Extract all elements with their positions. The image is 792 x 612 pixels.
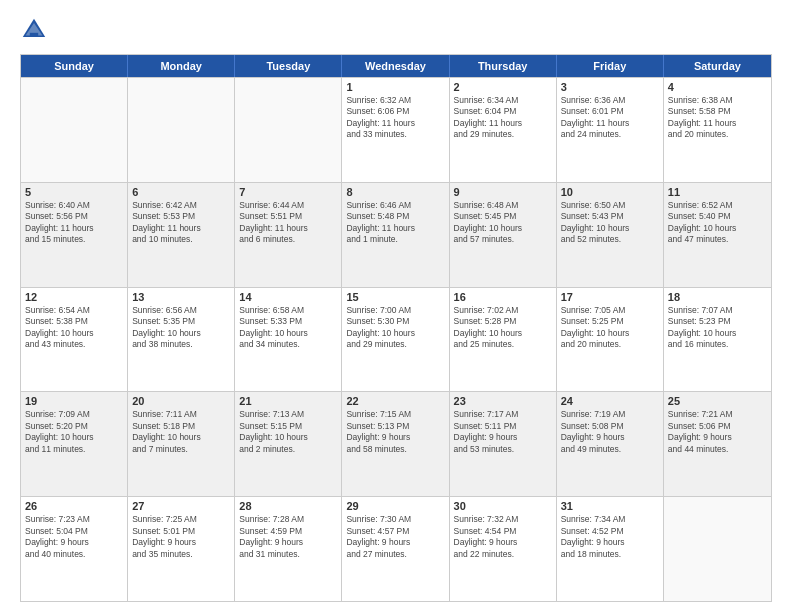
day-number: 5 [25,186,123,198]
day-number: 29 [346,500,444,512]
logo-icon [20,16,48,44]
calendar: SundayMondayTuesdayWednesdayThursdayFrid… [20,54,772,602]
day-number: 21 [239,395,337,407]
day-cell-11: 11Sunrise: 6:52 AM Sunset: 5:40 PM Dayli… [664,183,771,287]
day-cell-8: 8Sunrise: 6:46 AM Sunset: 5:48 PM Daylig… [342,183,449,287]
day-info: Sunrise: 6:54 AM Sunset: 5:38 PM Dayligh… [25,305,123,351]
day-number: 26 [25,500,123,512]
day-cell-5: 5Sunrise: 6:40 AM Sunset: 5:56 PM Daylig… [21,183,128,287]
day-info: Sunrise: 6:56 AM Sunset: 5:35 PM Dayligh… [132,305,230,351]
day-number: 18 [668,291,767,303]
day-cell-26: 26Sunrise: 7:23 AM Sunset: 5:04 PM Dayli… [21,497,128,601]
day-cell-27: 27Sunrise: 7:25 AM Sunset: 5:01 PM Dayli… [128,497,235,601]
day-cell-10: 10Sunrise: 6:50 AM Sunset: 5:43 PM Dayli… [557,183,664,287]
day-cell-20: 20Sunrise: 7:11 AM Sunset: 5:18 PM Dayli… [128,392,235,496]
header-day-wednesday: Wednesday [342,55,449,77]
day-cell-28: 28Sunrise: 7:28 AM Sunset: 4:59 PM Dayli… [235,497,342,601]
day-number: 27 [132,500,230,512]
day-number: 13 [132,291,230,303]
day-info: Sunrise: 6:32 AM Sunset: 6:06 PM Dayligh… [346,95,444,141]
week-row-5: 26Sunrise: 7:23 AM Sunset: 5:04 PM Dayli… [21,496,771,601]
day-number: 7 [239,186,337,198]
week-row-3: 12Sunrise: 6:54 AM Sunset: 5:38 PM Dayli… [21,287,771,392]
week-row-2: 5Sunrise: 6:40 AM Sunset: 5:56 PM Daylig… [21,182,771,287]
day-number: 14 [239,291,337,303]
page: SundayMondayTuesdayWednesdayThursdayFrid… [0,0,792,612]
day-cell-18: 18Sunrise: 7:07 AM Sunset: 5:23 PM Dayli… [664,288,771,392]
day-info: Sunrise: 6:58 AM Sunset: 5:33 PM Dayligh… [239,305,337,351]
day-info: Sunrise: 7:19 AM Sunset: 5:08 PM Dayligh… [561,409,659,455]
day-number: 31 [561,500,659,512]
day-number: 4 [668,81,767,93]
day-cell-7: 7Sunrise: 6:44 AM Sunset: 5:51 PM Daylig… [235,183,342,287]
svg-rect-2 [30,33,38,37]
day-number: 6 [132,186,230,198]
day-cell-24: 24Sunrise: 7:19 AM Sunset: 5:08 PM Dayli… [557,392,664,496]
day-number: 25 [668,395,767,407]
day-info: Sunrise: 7:34 AM Sunset: 4:52 PM Dayligh… [561,514,659,560]
empty-cell-4-6 [664,497,771,601]
day-info: Sunrise: 6:42 AM Sunset: 5:53 PM Dayligh… [132,200,230,246]
day-number: 20 [132,395,230,407]
header-day-saturday: Saturday [664,55,771,77]
day-info: Sunrise: 7:32 AM Sunset: 4:54 PM Dayligh… [454,514,552,560]
header-day-friday: Friday [557,55,664,77]
day-cell-4: 4Sunrise: 6:38 AM Sunset: 5:58 PM Daylig… [664,78,771,182]
day-cell-29: 29Sunrise: 7:30 AM Sunset: 4:57 PM Dayli… [342,497,449,601]
day-info: Sunrise: 7:13 AM Sunset: 5:15 PM Dayligh… [239,409,337,455]
day-cell-9: 9Sunrise: 6:48 AM Sunset: 5:45 PM Daylig… [450,183,557,287]
day-cell-25: 25Sunrise: 7:21 AM Sunset: 5:06 PM Dayli… [664,392,771,496]
day-cell-22: 22Sunrise: 7:15 AM Sunset: 5:13 PM Dayli… [342,392,449,496]
day-cell-17: 17Sunrise: 7:05 AM Sunset: 5:25 PM Dayli… [557,288,664,392]
day-number: 9 [454,186,552,198]
day-number: 15 [346,291,444,303]
header-day-sunday: Sunday [21,55,128,77]
day-info: Sunrise: 7:02 AM Sunset: 5:28 PM Dayligh… [454,305,552,351]
day-number: 17 [561,291,659,303]
day-info: Sunrise: 7:28 AM Sunset: 4:59 PM Dayligh… [239,514,337,560]
day-info: Sunrise: 6:34 AM Sunset: 6:04 PM Dayligh… [454,95,552,141]
day-number: 11 [668,186,767,198]
day-info: Sunrise: 6:46 AM Sunset: 5:48 PM Dayligh… [346,200,444,246]
day-number: 28 [239,500,337,512]
empty-cell-0-1 [128,78,235,182]
calendar-body: 1Sunrise: 6:32 AM Sunset: 6:06 PM Daylig… [21,77,771,601]
header-day-monday: Monday [128,55,235,77]
day-info: Sunrise: 7:05 AM Sunset: 5:25 PM Dayligh… [561,305,659,351]
day-cell-2: 2Sunrise: 6:34 AM Sunset: 6:04 PM Daylig… [450,78,557,182]
day-info: Sunrise: 7:15 AM Sunset: 5:13 PM Dayligh… [346,409,444,455]
day-number: 10 [561,186,659,198]
day-number: 12 [25,291,123,303]
day-number: 2 [454,81,552,93]
day-info: Sunrise: 7:30 AM Sunset: 4:57 PM Dayligh… [346,514,444,560]
day-info: Sunrise: 6:38 AM Sunset: 5:58 PM Dayligh… [668,95,767,141]
header-day-thursday: Thursday [450,55,557,77]
day-cell-30: 30Sunrise: 7:32 AM Sunset: 4:54 PM Dayli… [450,497,557,601]
day-number: 8 [346,186,444,198]
day-number: 30 [454,500,552,512]
day-info: Sunrise: 6:36 AM Sunset: 6:01 PM Dayligh… [561,95,659,141]
day-info: Sunrise: 7:09 AM Sunset: 5:20 PM Dayligh… [25,409,123,455]
header [20,16,772,44]
day-info: Sunrise: 7:07 AM Sunset: 5:23 PM Dayligh… [668,305,767,351]
day-cell-12: 12Sunrise: 6:54 AM Sunset: 5:38 PM Dayli… [21,288,128,392]
day-info: Sunrise: 7:21 AM Sunset: 5:06 PM Dayligh… [668,409,767,455]
day-number: 22 [346,395,444,407]
day-info: Sunrise: 6:52 AM Sunset: 5:40 PM Dayligh… [668,200,767,246]
day-cell-16: 16Sunrise: 7:02 AM Sunset: 5:28 PM Dayli… [450,288,557,392]
day-number: 1 [346,81,444,93]
day-number: 23 [454,395,552,407]
day-info: Sunrise: 7:17 AM Sunset: 5:11 PM Dayligh… [454,409,552,455]
calendar-header: SundayMondayTuesdayWednesdayThursdayFrid… [21,55,771,77]
day-cell-23: 23Sunrise: 7:17 AM Sunset: 5:11 PM Dayli… [450,392,557,496]
day-cell-6: 6Sunrise: 6:42 AM Sunset: 5:53 PM Daylig… [128,183,235,287]
week-row-1: 1Sunrise: 6:32 AM Sunset: 6:06 PM Daylig… [21,77,771,182]
day-cell-3: 3Sunrise: 6:36 AM Sunset: 6:01 PM Daylig… [557,78,664,182]
day-cell-1: 1Sunrise: 6:32 AM Sunset: 6:06 PM Daylig… [342,78,449,182]
day-cell-15: 15Sunrise: 7:00 AM Sunset: 5:30 PM Dayli… [342,288,449,392]
logo [20,16,52,44]
header-day-tuesday: Tuesday [235,55,342,77]
day-info: Sunrise: 7:00 AM Sunset: 5:30 PM Dayligh… [346,305,444,351]
day-cell-13: 13Sunrise: 6:56 AM Sunset: 5:35 PM Dayli… [128,288,235,392]
day-info: Sunrise: 7:25 AM Sunset: 5:01 PM Dayligh… [132,514,230,560]
